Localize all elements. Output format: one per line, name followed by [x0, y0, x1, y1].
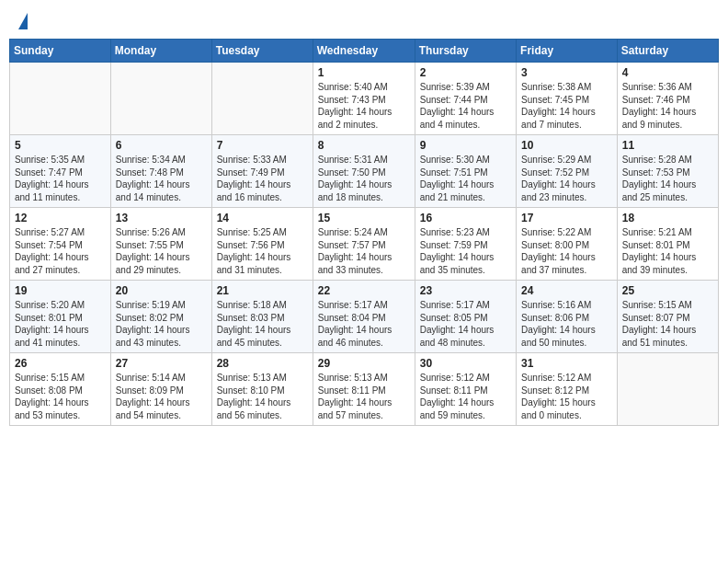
day-content: Sunrise: 5:34 AM Sunset: 7:48 PM Dayligh…: [116, 154, 207, 203]
day-content: Sunrise: 5:30 AM Sunset: 7:51 PM Dayligh…: [420, 154, 511, 203]
day-content: Sunrise: 5:16 AM Sunset: 8:06 PM Dayligh…: [521, 299, 612, 349]
calendar-day-cell: 17Sunrise: 5:22 AM Sunset: 8:00 PM Dayli…: [517, 208, 618, 281]
calendar-day-cell: 31Sunrise: 5:12 AM Sunset: 8:12 PM Dayli…: [517, 353, 618, 426]
day-content: Sunrise: 5:35 AM Sunset: 7:47 PM Dayligh…: [15, 154, 106, 203]
calendar-wrapper: SundayMondayTuesdayWednesdayThursdayFrid…: [0, 39, 728, 435]
calendar-day-cell: 27Sunrise: 5:14 AM Sunset: 8:09 PM Dayli…: [110, 353, 211, 426]
calendar-day-cell: 30Sunrise: 5:12 AM Sunset: 8:11 PM Dayli…: [415, 353, 516, 426]
day-number: 2: [420, 66, 511, 79]
day-content: Sunrise: 5:24 AM Sunset: 7:57 PM Dayligh…: [318, 226, 410, 276]
day-number: 14: [217, 212, 308, 224]
day-number: 5: [15, 139, 106, 152]
day-number: 18: [622, 212, 713, 224]
calendar-day-cell: 7Sunrise: 5:33 AM Sunset: 7:49 PM Daylig…: [211, 135, 313, 208]
day-number: 17: [521, 212, 612, 224]
calendar-day-cell: 10Sunrise: 5:29 AM Sunset: 7:52 PM Dayli…: [517, 135, 618, 208]
calendar-day-cell: 1Sunrise: 5:40 AM Sunset: 7:43 PM Daylig…: [313, 63, 415, 135]
calendar-day-cell: [110, 63, 211, 135]
calendar-day-cell: 3Sunrise: 5:38 AM Sunset: 7:45 PM Daylig…: [517, 63, 618, 135]
day-content: Sunrise: 5:15 AM Sunset: 8:08 PM Dayligh…: [15, 372, 106, 421]
calendar-day-cell: 2Sunrise: 5:39 AM Sunset: 7:44 PM Daylig…: [415, 63, 516, 135]
day-number: 12: [15, 212, 106, 224]
day-number: 1: [318, 66, 410, 79]
day-number: 26: [15, 357, 106, 370]
day-number: 4: [622, 66, 713, 79]
day-content: Sunrise: 5:27 AM Sunset: 7:54 PM Dayligh…: [15, 226, 106, 276]
calendar-day-cell: 9Sunrise: 5:30 AM Sunset: 7:51 PM Daylig…: [415, 135, 516, 208]
day-number: 13: [116, 212, 207, 224]
day-content: Sunrise: 5:13 AM Sunset: 8:11 PM Dayligh…: [318, 372, 410, 421]
day-number: 15: [318, 212, 410, 224]
day-of-week-header: Friday: [517, 40, 618, 63]
day-content: Sunrise: 5:20 AM Sunset: 8:01 PM Dayligh…: [15, 299, 106, 349]
day-content: Sunrise: 5:38 AM Sunset: 7:45 PM Dayligh…: [521, 81, 612, 131]
day-number: 30: [420, 357, 511, 370]
day-number: 9: [420, 139, 511, 152]
day-content: Sunrise: 5:18 AM Sunset: 8:03 PM Dayligh…: [217, 299, 308, 349]
calendar-day-cell: 18Sunrise: 5:21 AM Sunset: 8:01 PM Dayli…: [617, 208, 718, 281]
calendar-day-cell: 8Sunrise: 5:31 AM Sunset: 7:50 PM Daylig…: [313, 135, 415, 208]
calendar-header: SundayMondayTuesdayWednesdayThursdayFrid…: [10, 40, 719, 63]
day-number: 21: [217, 284, 308, 297]
day-number: 25: [622, 284, 713, 297]
day-content: Sunrise: 5:29 AM Sunset: 7:52 PM Dayligh…: [521, 154, 612, 203]
calendar-day-cell: 25Sunrise: 5:15 AM Sunset: 8:07 PM Dayli…: [617, 281, 718, 353]
day-content: Sunrise: 5:33 AM Sunset: 7:49 PM Dayligh…: [217, 154, 308, 203]
calendar-day-cell: 26Sunrise: 5:15 AM Sunset: 8:08 PM Dayli…: [10, 353, 111, 426]
day-of-week-header: Monday: [110, 40, 211, 63]
day-content: Sunrise: 5:15 AM Sunset: 8:07 PM Dayligh…: [622, 299, 713, 349]
day-content: Sunrise: 5:14 AM Sunset: 8:09 PM Dayligh…: [116, 372, 207, 421]
calendar-week-row: 1Sunrise: 5:40 AM Sunset: 7:43 PM Daylig…: [10, 63, 719, 135]
day-of-week-header: Tuesday: [211, 40, 313, 63]
page-header: [0, 0, 728, 39]
day-number: 28: [217, 357, 308, 370]
day-content: Sunrise: 5:36 AM Sunset: 7:46 PM Dayligh…: [622, 81, 713, 131]
calendar-day-cell: 12Sunrise: 5:27 AM Sunset: 7:54 PM Dayli…: [10, 208, 111, 281]
day-number: 31: [521, 357, 612, 370]
calendar-day-cell: 14Sunrise: 5:25 AM Sunset: 7:56 PM Dayli…: [211, 208, 313, 281]
calendar-day-cell: 5Sunrise: 5:35 AM Sunset: 7:47 PM Daylig…: [10, 135, 111, 208]
day-of-week-header: Wednesday: [313, 40, 415, 63]
day-content: Sunrise: 5:13 AM Sunset: 8:10 PM Dayligh…: [217, 372, 308, 421]
day-number: 8: [318, 139, 410, 152]
calendar-week-row: 19Sunrise: 5:20 AM Sunset: 8:01 PM Dayli…: [10, 281, 719, 353]
calendar-day-cell: [617, 353, 718, 426]
day-content: Sunrise: 5:28 AM Sunset: 7:53 PM Dayligh…: [622, 154, 713, 203]
day-number: 24: [521, 284, 612, 297]
day-content: Sunrise: 5:12 AM Sunset: 8:11 PM Dayligh…: [420, 372, 511, 421]
day-number: 19: [15, 284, 106, 297]
day-content: Sunrise: 5:22 AM Sunset: 8:00 PM Dayligh…: [521, 226, 612, 276]
calendar-day-cell: 20Sunrise: 5:19 AM Sunset: 8:02 PM Dayli…: [110, 281, 211, 353]
calendar-day-cell: [10, 63, 111, 135]
day-number: 3: [521, 66, 612, 79]
calendar-day-cell: 15Sunrise: 5:24 AM Sunset: 7:57 PM Dayli…: [313, 208, 415, 281]
days-of-week-row: SundayMondayTuesdayWednesdayThursdayFrid…: [10, 40, 719, 63]
calendar-day-cell: 13Sunrise: 5:26 AM Sunset: 7:55 PM Dayli…: [110, 208, 211, 281]
day-content: Sunrise: 5:25 AM Sunset: 7:56 PM Dayligh…: [217, 226, 308, 276]
day-of-week-header: Saturday: [617, 40, 718, 63]
logo: [17, 13, 28, 31]
day-number: 23: [420, 284, 511, 297]
day-content: Sunrise: 5:17 AM Sunset: 8:05 PM Dayligh…: [420, 299, 511, 349]
calendar-day-cell: [211, 63, 313, 135]
calendar-day-cell: 11Sunrise: 5:28 AM Sunset: 7:53 PM Dayli…: [617, 135, 718, 208]
day-content: Sunrise: 5:31 AM Sunset: 7:50 PM Dayligh…: [318, 154, 410, 203]
calendar-week-row: 5Sunrise: 5:35 AM Sunset: 7:47 PM Daylig…: [10, 135, 719, 208]
day-number: 11: [622, 139, 713, 152]
day-content: Sunrise: 5:23 AM Sunset: 7:59 PM Dayligh…: [420, 226, 511, 276]
calendar-day-cell: 29Sunrise: 5:13 AM Sunset: 8:11 PM Dayli…: [313, 353, 415, 426]
day-number: 16: [420, 212, 511, 224]
calendar-day-cell: 24Sunrise: 5:16 AM Sunset: 8:06 PM Dayli…: [517, 281, 618, 353]
day-number: 7: [217, 139, 308, 152]
calendar-day-cell: 28Sunrise: 5:13 AM Sunset: 8:10 PM Dayli…: [211, 353, 313, 426]
day-number: 20: [116, 284, 207, 297]
calendar-day-cell: 22Sunrise: 5:17 AM Sunset: 8:04 PM Dayli…: [313, 281, 415, 353]
day-of-week-header: Sunday: [10, 40, 111, 63]
calendar-week-row: 12Sunrise: 5:27 AM Sunset: 7:54 PM Dayli…: [10, 208, 719, 281]
day-content: Sunrise: 5:39 AM Sunset: 7:44 PM Dayligh…: [420, 81, 511, 131]
day-content: Sunrise: 5:40 AM Sunset: 7:43 PM Dayligh…: [318, 81, 410, 131]
day-number: 29: [318, 357, 410, 370]
calendar-day-cell: 6Sunrise: 5:34 AM Sunset: 7:48 PM Daylig…: [110, 135, 211, 208]
calendar-day-cell: 23Sunrise: 5:17 AM Sunset: 8:05 PM Dayli…: [415, 281, 516, 353]
day-number: 22: [318, 284, 410, 297]
